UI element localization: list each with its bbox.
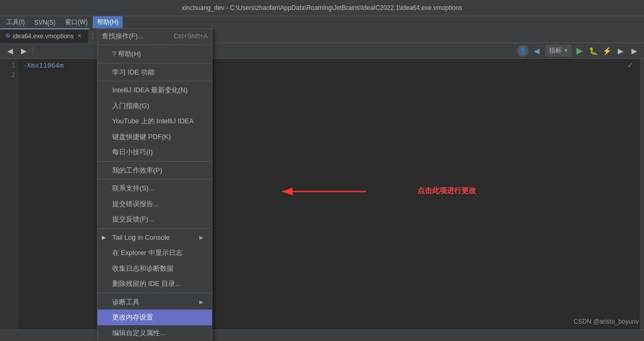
menu-sep-1	[98, 45, 212, 45]
file-type-icon: ⚙	[5, 33, 10, 39]
submit-bug-item[interactable]: 提交错误报告...	[98, 196, 212, 212]
menu-window[interactable]: 窗口(W)	[61, 16, 92, 28]
more-run-button[interactable]: ▶	[628, 45, 640, 57]
user-avatar[interactable]: 👤	[517, 45, 529, 57]
contact-support-item[interactable]: 联系支持(S)...	[98, 180, 212, 196]
menu-sep-5	[98, 179, 212, 179]
menu-tools[interactable]: 工具(I)	[2, 16, 29, 28]
submit-feedback-item[interactable]: 提交反馈(F)...	[98, 211, 212, 227]
run-button[interactable]: ▶	[574, 45, 585, 57]
menu-help[interactable]: 帮助(H)	[93, 16, 123, 28]
learn-ide-item[interactable]: 学习 IDE 功能	[98, 65, 212, 80]
nav-back-btn[interactable]: ◀	[531, 45, 542, 57]
chevron-down-icon: ▼	[564, 48, 568, 53]
tail-log-item[interactable]: ▶ Tail Log in Console ▶	[98, 230, 212, 246]
menu-svn[interactable]: SVN(S)	[30, 16, 60, 28]
help-dropdown-menu: 查找操作(F)... Ctrl+Shift+A ? 帮助(H) 学习 IDE 功…	[97, 28, 212, 341]
csdn-watermark: CSDN @aristo_boyunv	[574, 318, 639, 325]
help-main-item[interactable]: ? 帮助(H)	[98, 46, 212, 62]
menu-sep-4	[98, 161, 212, 162]
menu-sep-2	[98, 63, 212, 63]
line-number: 2	[0, 70, 15, 80]
scrollbar-right[interactable]	[640, 59, 644, 329]
more-tabs-btn[interactable]: ⋮	[89, 31, 96, 40]
line-numbers-gutter: 1 2	[0, 59, 18, 341]
metrics-group: 指标 ▼	[545, 45, 572, 57]
menu-sep-7	[98, 293, 212, 293]
find-action-item[interactable]: 查找操作(F)... Ctrl+Shift+A	[98, 29, 212, 44]
coverage-button[interactable]: ⚡	[601, 45, 613, 57]
youtube-item[interactable]: YouTube 上的 IntelliJ IDEA	[98, 113, 212, 129]
change-memory-item[interactable]: 更改内存设置	[98, 310, 212, 325]
file-tab-label: idea64.exe.vmoptions	[13, 33, 74, 40]
title-bar: xinchuang_dev - C:\Users\zhaofan\AppData…	[0, 0, 644, 16]
back-button[interactable]: ◀	[4, 45, 16, 57]
line-number: 1	[0, 61, 15, 70]
submenu-arrow-left: ▶	[102, 233, 106, 241]
profile-button[interactable]: ▶	[615, 45, 626, 57]
tip-day-item[interactable]: 每日小技巧(I)	[98, 144, 212, 160]
menu-bar: 工具(I) SVN(S) 窗口(W) 帮助(H)	[0, 16, 644, 28]
menu-sep-3	[98, 81, 212, 81]
toolbar-sep-1	[33, 47, 33, 55]
show-log-explorer-item[interactable]: 在 Explorer 中显示日志	[98, 245, 212, 261]
my-productivity-item[interactable]: 我的工作效率(P)	[98, 163, 212, 178]
vmoptions-tab[interactable]: ⚙ idea64.exe.vmoptions ✕	[0, 28, 89, 43]
title-text: xinchuang_dev - C:\Users\zhaofan\AppData…	[182, 4, 462, 12]
file-tab-container: ⚙ idea64.exe.vmoptions ✕ ⋮	[0, 28, 100, 42]
tab-close-btn[interactable]: ✕	[76, 33, 83, 40]
getting-started-item[interactable]: 入门指南(G)	[98, 98, 212, 114]
metrics-label: 指标	[549, 46, 562, 55]
delete-ide-dirs-item[interactable]: 删除残留的 IDE 目录...	[98, 276, 212, 292]
debug-button[interactable]: 🐛	[587, 45, 599, 57]
diagnostic-tools-item[interactable]: 诊断工具 ▶	[98, 294, 212, 310]
diagnostic-arrow-icon: ▶	[199, 298, 203, 306]
keyboard-pdf-item[interactable]: 键盘快捷键 PDF(K)	[98, 129, 212, 145]
validation-checkmark: ✓	[626, 59, 635, 67]
whats-new-item[interactable]: IntelliJ IDEA 最新变化(N)	[98, 82, 212, 98]
menu-sep-6	[98, 228, 212, 229]
forward-button[interactable]: ▶	[18, 45, 29, 57]
collect-logs-item[interactable]: 收集日志和诊断数据	[98, 261, 212, 276]
metrics-dropdown[interactable]: 指标 ▼	[546, 45, 571, 56]
submenu-arrow-icon: ▶	[199, 233, 203, 241]
edit-custom-props-item[interactable]: 编辑自定义属性...	[98, 325, 212, 341]
